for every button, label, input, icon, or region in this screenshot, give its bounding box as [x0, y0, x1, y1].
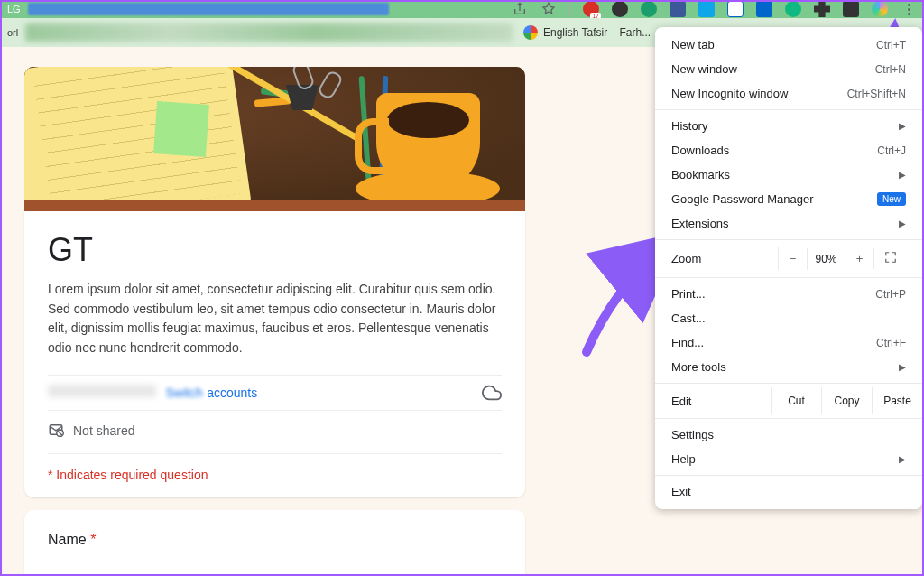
- extension-icon[interactable]: [756, 1, 772, 17]
- new-badge: New: [877, 192, 906, 206]
- bookmark-text: orl: [7, 27, 18, 38]
- menu-exit[interactable]: Exit: [655, 479, 922, 504]
- copy-button[interactable]: Copy: [821, 387, 872, 414]
- not-shared-icon: [48, 422, 64, 441]
- not-shared-label: Not shared: [73, 423, 134, 438]
- share-icon[interactable]: [512, 1, 528, 17]
- chevron-right-icon: ▶: [899, 454, 906, 464]
- menu-settings[interactable]: Settings: [655, 423, 922, 447]
- menu-extensions[interactable]: Extensions▶: [655, 211, 922, 236]
- form-banner-image: [24, 67, 525, 200]
- bookmarks-blurred: [25, 23, 513, 42]
- menu-separator: [655, 383, 922, 384]
- extension-icon[interactable]: [641, 1, 657, 17]
- menu-incognito[interactable]: New Incognito windowCtrl+Shift+N: [655, 81, 922, 106]
- menu-new-tab[interactable]: New tabCtrl+T: [655, 33, 922, 57]
- shared-status-row: Not shared: [48, 410, 502, 453]
- extension-icon[interactable]: [612, 1, 628, 17]
- question-label: Name *: [48, 532, 502, 548]
- extension-icon[interactable]: [698, 1, 715, 17]
- chrome-overflow-menu: New tabCtrl+T New windowCtrl+N New Incog…: [655, 27, 922, 509]
- cloud-sync-icon[interactable]: [482, 383, 502, 403]
- menu-separator: [655, 418, 922, 419]
- menu-cast[interactable]: Cast...: [655, 306, 922, 330]
- chevron-right-icon: ▶: [899, 218, 906, 228]
- extensions-puzzle-icon[interactable]: [814, 1, 830, 17]
- chrome-menu-button[interactable]: [901, 1, 917, 17]
- account-row: Switch accounts: [48, 375, 502, 410]
- extension-icon[interactable]: [670, 1, 686, 17]
- zoom-out-button[interactable]: −: [778, 247, 807, 270]
- extension-icon[interactable]: [727, 1, 744, 17]
- favicon-icon: [523, 25, 538, 40]
- blur-text: Switch: [165, 386, 202, 400]
- bookmark-label: English Tafsir – Farh...: [543, 26, 651, 39]
- menu-password-manager[interactable]: Google Password ManagerNew: [655, 187, 922, 211]
- paste-button[interactable]: Paste: [872, 387, 922, 414]
- url-text: LG: [7, 4, 21, 14]
- extension-icon[interactable]: 17: [583, 1, 599, 17]
- extension-icon[interactable]: [843, 1, 859, 17]
- form-description: Lorem ipsum dolor sit amet, consectetur …: [48, 280, 502, 358]
- google-form: GT Lorem ipsum dolor sit amet, consectet…: [24, 67, 525, 576]
- zoom-value: 90%: [807, 248, 845, 270]
- menu-edit: Edit Cut Copy Paste: [655, 387, 922, 414]
- browser-toolbar: LG 17: [0, 0, 924, 18]
- zoom-in-button[interactable]: +: [845, 247, 873, 270]
- menu-separator: [655, 277, 922, 278]
- address-bar[interactable]: [28, 3, 389, 15]
- menu-separator: [655, 475, 922, 476]
- menu-bookmarks[interactable]: Bookmarks▶: [655, 163, 922, 187]
- separator: [569, 1, 570, 17]
- menu-new-window[interactable]: New windowCtrl+N: [655, 57, 922, 81]
- question-card: Name *: [24, 510, 525, 576]
- edit-label: Edit: [671, 395, 771, 408]
- required-note-row: * Indicates required question: [48, 453, 502, 483]
- form-header-card: GT Lorem ipsum dolor sit amet, consectet…: [24, 211, 525, 497]
- cut-button[interactable]: Cut: [771, 387, 821, 414]
- required-star: *: [90, 532, 96, 547]
- switch-account-link[interactable]: accounts: [207, 386, 257, 400]
- menu-history[interactable]: History▶: [655, 114, 922, 138]
- menu-print[interactable]: Print...Ctrl+P: [655, 282, 922, 306]
- chevron-right-icon: ▶: [899, 121, 906, 131]
- menu-downloads[interactable]: DownloadsCtrl+J: [655, 138, 922, 163]
- menu-more-tools[interactable]: More tools▶: [655, 355, 922, 379]
- fullscreen-button[interactable]: [873, 248, 906, 269]
- menu-separator: [655, 109, 922, 110]
- chevron-right-icon: ▶: [899, 170, 906, 180]
- menu-separator: [655, 239, 922, 240]
- question-text: Name: [48, 532, 87, 547]
- menu-zoom: Zoom − 90% +: [655, 244, 922, 274]
- chevron-right-icon: ▶: [899, 362, 906, 372]
- menu-help[interactable]: Help▶: [655, 447, 922, 471]
- menu-find[interactable]: Find...Ctrl+F: [655, 330, 922, 355]
- bookmark-item[interactable]: English Tafsir – Farh...: [523, 25, 651, 40]
- required-note: * Indicates required question: [48, 468, 208, 482]
- extension-icon[interactable]: [785, 1, 801, 17]
- user-email-blurred: [48, 385, 156, 397]
- zoom-label: Zoom: [671, 252, 778, 265]
- form-title: GT: [48, 231, 502, 269]
- profile-avatar[interactable]: [872, 1, 888, 17]
- bookmark-star-icon[interactable]: [541, 1, 557, 17]
- form-accent-bar: [24, 200, 525, 211]
